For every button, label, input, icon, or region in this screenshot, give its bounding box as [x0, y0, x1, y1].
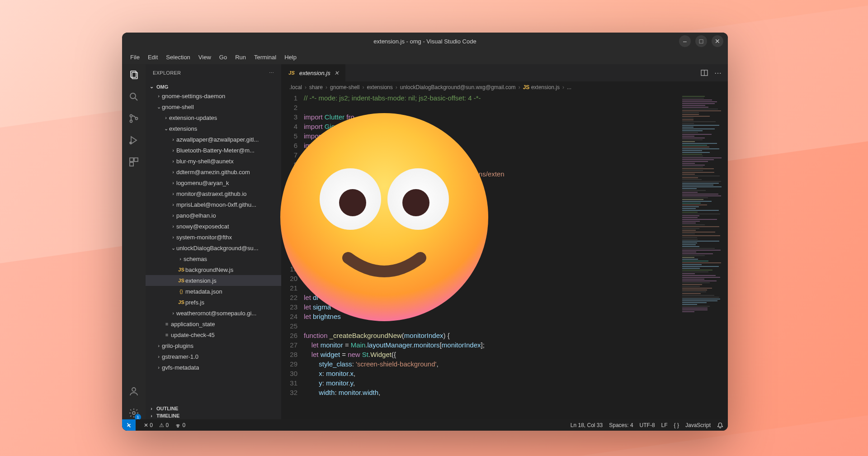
folder-item[interactable]: ›weatherornot@somepaulo.gi...: [146, 308, 281, 318]
folder-item[interactable]: ›ddterm@amezin.github.com: [146, 166, 281, 177]
folder-item[interactable]: ›Bluetooth-Battery-Meter@m...: [146, 145, 281, 156]
menu-go[interactable]: Go: [216, 52, 231, 62]
more-actions-icon[interactable]: ⋯: [714, 69, 722, 77]
folder-item[interactable]: ›gnome-settings-daemon: [146, 90, 281, 101]
folder-item[interactable]: ›gvfs-metadata: [146, 362, 281, 373]
breadcrumb-segment[interactable]: share: [309, 84, 323, 90]
menu-edit[interactable]: Edit: [144, 52, 161, 62]
maximize-button[interactable]: □: [695, 35, 707, 47]
encoding[interactable]: UTF-8: [640, 422, 655, 428]
minimap[interactable]: [680, 93, 728, 419]
folder-item[interactable]: ›blur-my-shell@aunetx: [146, 156, 281, 166]
folder-item[interactable]: ›snowy@exposedcat: [146, 221, 281, 232]
extensions-icon[interactable]: [127, 156, 140, 168]
menu-file[interactable]: File: [127, 52, 143, 62]
folder-item[interactable]: ›system-monitor@fthx: [146, 232, 281, 242]
source-control-icon[interactable]: [127, 112, 140, 125]
menu-run[interactable]: Run: [231, 52, 250, 62]
editor-area: JS extension.js ✕ ⋯ .local›share›gnome-s…: [281, 64, 728, 419]
folder-item[interactable]: ›gstreamer-1.0: [146, 351, 281, 362]
cursor-position[interactable]: Ln 18, Col 33: [571, 422, 603, 428]
file-item[interactable]: ≡application_state: [146, 318, 281, 329]
outline-section[interactable]: ›OUTLINE: [146, 405, 281, 412]
statusbar: ✕ 0 ⚠ 0 0 Ln 18, Col 33 Spaces: 4 UTF-8 …: [122, 419, 728, 431]
folder-item[interactable]: ›azwallpaper@azwallpaper.gitl...: [146, 134, 281, 145]
menu-selection[interactable]: Selection: [162, 52, 193, 62]
folder-item[interactable]: ›pano@elhan.io: [146, 210, 281, 221]
js-icon: JS: [177, 299, 185, 305]
run-debug-icon[interactable]: [127, 134, 140, 147]
split-editor-icon[interactable]: [701, 69, 708, 76]
breadcrumb-segment[interactable]: JS extension.js: [523, 84, 560, 90]
file-item[interactable]: ≡update-check-45: [146, 329, 281, 340]
folder-item[interactable]: ›monitor@astraext.github.io: [146, 188, 281, 199]
svg-point-6: [136, 118, 138, 120]
js-icon: JS: [177, 267, 185, 272]
explorer-title: EXPLORER: [153, 70, 181, 76]
svg-line-3: [135, 98, 137, 100]
file-icon: ≡: [163, 332, 171, 337]
folder-item[interactable]: ›extension-updates: [146, 112, 281, 123]
line-gutter: 1234567891011121314151617181920212223242…: [281, 93, 304, 419]
folder-root[interactable]: ⌄OMG: [146, 83, 281, 90]
folder-item[interactable]: ›schemas: [146, 253, 281, 264]
code-editor[interactable]: 1234567891011121314151617181920212223242…: [281, 93, 728, 419]
file-icon: ≡: [163, 321, 171, 327]
menu-terminal[interactable]: Terminal: [250, 52, 280, 62]
settings-icon[interactable]: 1: [127, 407, 140, 419]
svg-rect-8: [130, 158, 133, 162]
eol[interactable]: LF: [661, 422, 668, 428]
breadcrumb[interactable]: .local›share›gnome-shell›extensions›unlo…: [281, 81, 728, 93]
close-button[interactable]: ✕: [712, 35, 723, 47]
tab-extension-js[interactable]: JS extension.js ✕: [281, 64, 345, 81]
indentation[interactable]: Spaces: 4: [609, 422, 633, 428]
folder-item[interactable]: ›mprisLabel@moon-0xff.githu...: [146, 199, 281, 210]
menu-view[interactable]: View: [195, 52, 215, 62]
svg-rect-10: [130, 162, 133, 166]
svg-rect-9: [134, 158, 138, 162]
file-item[interactable]: JSextension.js: [146, 275, 281, 286]
breadcrumb-segment[interactable]: unlockDialogBackground@sun.wxg@gmail.com: [400, 84, 516, 90]
remote-indicator[interactable]: [122, 419, 136, 431]
minimize-button[interactable]: –: [679, 35, 691, 47]
breadcrumb-segment[interactable]: ...: [567, 84, 571, 90]
file-item[interactable]: {}metadata.json: [146, 286, 281, 297]
folder-item[interactable]: ›grilo-plugins: [146, 340, 281, 351]
titlebar: extension.js - omg - Visual Studio Code …: [122, 33, 728, 50]
menu-help[interactable]: Help: [281, 52, 300, 62]
brackets-indicator[interactable]: { }: [674, 422, 679, 428]
side-panel: EXPLORER ⋯ ⌄OMG ›gnome-settings-daemon⌄g…: [146, 64, 281, 419]
ports-indicator[interactable]: 0: [175, 422, 185, 428]
file-item[interactable]: JSbackgroundNew.js: [146, 264, 281, 275]
language-mode[interactable]: JavaScript: [685, 422, 711, 428]
tab-bar: JS extension.js ✕ ⋯: [281, 64, 728, 81]
svg-point-7: [130, 142, 132, 144]
errors-indicator[interactable]: ✕ 0: [144, 422, 153, 428]
tab-label: extension.js: [299, 70, 330, 76]
account-icon[interactable]: [127, 385, 140, 398]
folder-item[interactable]: ⌄extensions: [146, 123, 281, 134]
svg-point-12: [132, 412, 135, 414]
folder-item[interactable]: ⌄gnome-shell: [146, 101, 281, 112]
notifications-icon[interactable]: [717, 422, 723, 428]
file-tree: ›gnome-settings-daemon⌄gnome-shell›exten…: [146, 90, 281, 373]
code-content[interactable]: // -*- mode: js2; indent-tabs-mode: nil;…: [304, 93, 680, 419]
js-icon: JS: [177, 278, 185, 283]
timeline-section[interactable]: ›TIMELINE: [146, 412, 281, 419]
more-icon[interactable]: ⋯: [269, 70, 274, 76]
folder-item[interactable]: ⌄unlockDialogBackground@su...: [146, 242, 281, 253]
file-item[interactable]: JSprefs.js: [146, 297, 281, 308]
js-icon: JS: [288, 70, 296, 76]
explorer-header: EXPLORER ⋯: [146, 64, 281, 81]
explorer-icon[interactable]: [127, 69, 140, 81]
vscode-window: extension.js - omg - Visual Studio Code …: [122, 33, 728, 431]
folder-item[interactable]: ›logomenu@aryan_k: [146, 177, 281, 188]
search-icon[interactable]: [127, 90, 140, 103]
svg-rect-1: [132, 72, 137, 79]
breadcrumb-segment[interactable]: gnome-shell: [330, 84, 359, 90]
breadcrumb-segment[interactable]: .local: [289, 84, 302, 90]
warnings-indicator[interactable]: ⚠ 0: [159, 422, 169, 428]
close-icon[interactable]: ✕: [334, 70, 339, 76]
breadcrumb-segment[interactable]: extensions: [367, 84, 392, 90]
svg-point-4: [130, 115, 132, 117]
